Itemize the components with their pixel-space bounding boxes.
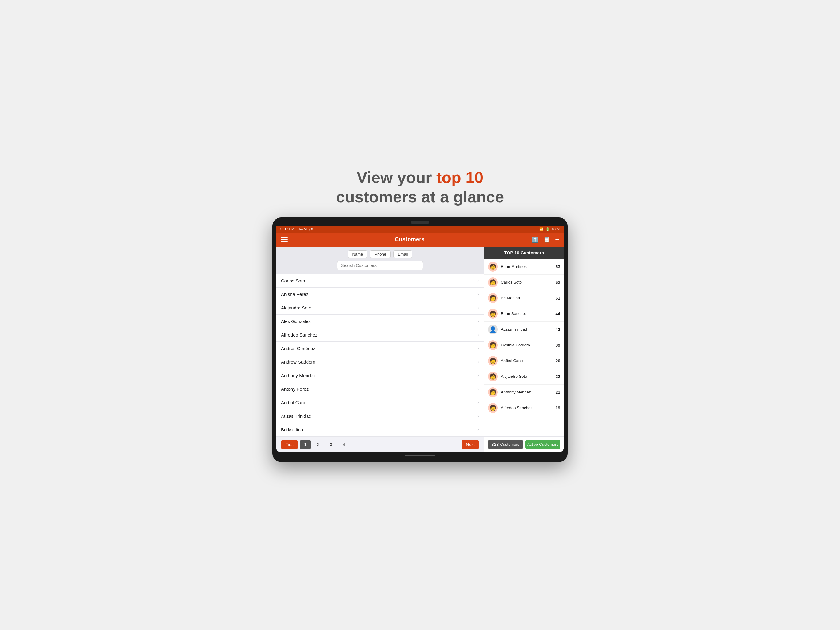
chevron-icon: › [477, 386, 479, 391]
page-2-button[interactable]: 2 [313, 440, 324, 449]
top10-avatar: 🧑 [488, 387, 498, 397]
copy-icon[interactable]: 📋 [543, 236, 550, 243]
b2b-customers-button[interactable]: B2B Customers [488, 440, 523, 449]
first-page-button[interactable]: First [281, 440, 298, 449]
top10-avatar: 🧑 [488, 372, 498, 381]
search-area: Name Phone Email [276, 247, 484, 274]
top10-score: 43 [555, 327, 560, 332]
home-indicator [276, 452, 564, 458]
status-right: 📶 🔋 100% [539, 227, 560, 231]
app-content: Name Phone Email Carlos Soto › Ahisha Pe… [276, 247, 564, 452]
chevron-icon: › [477, 373, 479, 378]
tab-phone[interactable]: Phone [370, 250, 391, 258]
top10-row[interactable]: 👤 Atizas Trinidad 43 [484, 322, 564, 337]
customer-row[interactable]: Andres Giménez › [276, 342, 484, 355]
customer-list-panel: Name Phone Email Carlos Soto › Ahisha Pe… [276, 247, 484, 452]
avatar-emoji: 🧑 [489, 295, 496, 301]
customer-row[interactable]: Ahisha Perez › [276, 288, 484, 301]
chevron-icon: › [477, 291, 479, 296]
top10-row[interactable]: 🧑 Cynthia Cordero 39 [484, 337, 564, 353]
customer-row[interactable]: Bri Medina › [276, 423, 484, 437]
chevron-icon: › [477, 359, 479, 364]
top10-row[interactable]: 🧑 Carlos Soto 62 [484, 275, 564, 290]
avatar-emoji: 🧑 [489, 358, 496, 364]
wifi-icon: 📶 [539, 227, 543, 231]
customer-name: Alejandro Soto [281, 305, 311, 310]
top10-avatar: 🧑 [488, 262, 498, 272]
status-time: 10:10 PM [280, 227, 294, 231]
search-input-wrapper [281, 261, 479, 271]
avatar-emoji: 🧑 [489, 342, 496, 348]
top10-row[interactable]: 🧑 Aníbal Cano 26 [484, 353, 564, 369]
add-icon[interactable]: + [555, 236, 559, 244]
customer-name: Bri Medina [281, 427, 303, 432]
customer-row[interactable]: Alfredoo Sanchez › [276, 328, 484, 342]
top10-row[interactable]: 🧑 Brian Martines 63 [484, 259, 564, 275]
top10-score: 61 [555, 296, 560, 301]
top10-score: 39 [555, 343, 560, 348]
hero-line2: customers at a glance [336, 188, 504, 206]
top10-customer-name: Atizas Trinidad [501, 327, 555, 332]
customer-row[interactable]: Andrew Saddem › [276, 355, 484, 369]
customer-name: Andrew Saddem [281, 359, 315, 364]
customer-row[interactable]: Alex Gonzalez › [276, 315, 484, 328]
search-input[interactable] [337, 261, 423, 271]
chevron-icon: › [477, 319, 479, 324]
page-3-button[interactable]: 3 [325, 440, 337, 449]
top10-score: 26 [555, 358, 560, 363]
battery-icon: 🔋 [545, 227, 550, 231]
customer-row[interactable]: Carlos Soto › [276, 274, 484, 288]
top10-score: 19 [555, 405, 560, 410]
share-icon[interactable]: ⬆️ [532, 236, 538, 243]
status-time-date: 10:10 PM Thu May 6 [280, 227, 313, 231]
tab-name[interactable]: Name [348, 250, 368, 258]
top10-customer-name: Anthony Mendez [501, 390, 555, 394]
status-date: Thu May 6 [297, 227, 313, 231]
customer-name: Aníbal Cano [281, 400, 306, 405]
search-tabs: Name Phone Email [281, 250, 479, 258]
hero-title: View your top 10 customers at a glance [336, 168, 504, 206]
top10-avatar: 🧑 [488, 309, 498, 319]
avatar-emoji: 🧑 [489, 405, 496, 411]
top10-avatar: 👤 [488, 324, 498, 334]
top10-row[interactable]: 🧑 Anthony Mendez 21 [484, 385, 564, 400]
hero-line1-plain: View your [357, 169, 436, 187]
top10-customer-name: Alejandro Soto [501, 374, 555, 379]
avatar-emoji: 🧑 [489, 310, 496, 317]
page-4-button[interactable]: 4 [338, 440, 350, 449]
top10-row[interactable]: 🧑 Bri Medina 61 [484, 290, 564, 306]
top10-avatar: 🧑 [488, 340, 498, 350]
page-1-button[interactable]: 1 [300, 440, 311, 449]
header-title: Customers [395, 236, 425, 243]
chevron-icon: › [477, 346, 479, 351]
customer-row[interactable]: Atizas Trinidad › [276, 410, 484, 423]
hero-highlight: top 10 [436, 169, 483, 187]
active-customers-button[interactable]: Active Customers [526, 440, 561, 449]
customer-row[interactable]: Antony Perez › [276, 382, 484, 396]
status-bar: 10:10 PM Thu May 6 📶 🔋 100% [276, 226, 564, 233]
avatar-emoji: 🧑 [489, 279, 496, 286]
customer-row[interactable]: Aníbal Cano › [276, 396, 484, 410]
top10-header: TOP 10 Customers [484, 247, 564, 259]
next-page-button[interactable]: Next [461, 440, 479, 449]
customer-row[interactable]: Anthony Mendez › [276, 369, 484, 382]
avatar-emoji: 🧑 [489, 373, 496, 380]
customer-name: Antony Perez [281, 386, 309, 392]
top10-row[interactable]: 🧑 Alejandro Soto 22 [484, 369, 564, 385]
chevron-icon: › [477, 413, 479, 418]
hamburger-menu[interactable] [281, 237, 288, 242]
tab-email[interactable]: Email [393, 250, 413, 258]
top10-customer-name: Brian Sanchez [501, 311, 555, 316]
top10-row[interactable]: 🧑 Brian Sanchez 44 [484, 306, 564, 322]
customer-row[interactable]: Alejandro Soto › [276, 301, 484, 315]
top10-score: 21 [555, 390, 560, 395]
top10-customer-name: Alfredoo Sanchez [501, 405, 555, 410]
customer-name: Alfredoo Sanchez [281, 332, 317, 337]
top10-score: 62 [555, 280, 560, 285]
chevron-icon: › [477, 400, 479, 405]
chevron-icon: › [477, 332, 479, 337]
top10-row[interactable]: 🧑 Alfredoo Sanchez 19 [484, 400, 564, 416]
top10-list: 🧑 Brian Martines 63 🧑 Carlos Soto 62 🧑 B… [484, 259, 564, 436]
avatar-emoji: 🧑 [489, 263, 496, 270]
customer-name: Anthony Mendez [281, 373, 316, 378]
